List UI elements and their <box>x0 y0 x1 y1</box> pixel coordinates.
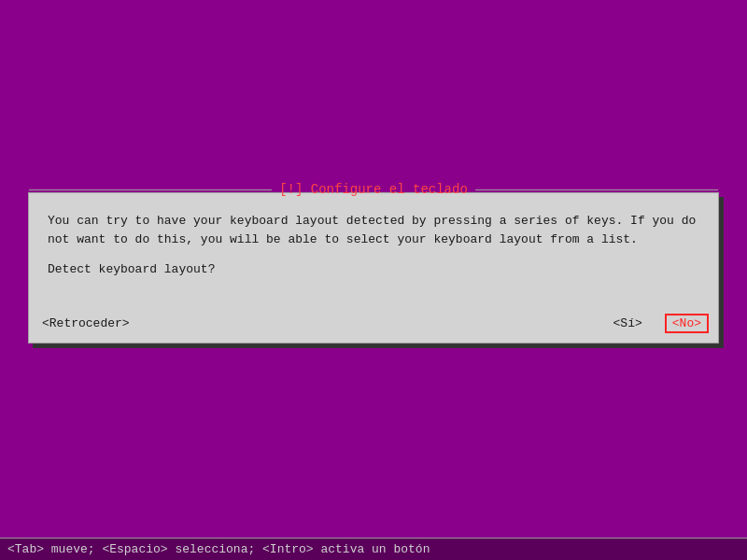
title-line-right <box>475 189 718 190</box>
dialog-box: [!] Configure el teclado You can try to … <box>28 192 719 343</box>
right-buttons: <Sí> <No> <box>610 314 709 333</box>
dialog-content: You can try to have your keyboard layout… <box>29 193 718 309</box>
statusbar: <Tab> mueve; <Espacio> selecciona; <Intr… <box>0 538 747 560</box>
dialog-body-text: You can try to have your keyboard layout… <box>48 212 699 248</box>
title-line-left <box>29 189 272 190</box>
dialog-body-line1: You can try to have your keyboard layout… <box>48 214 696 228</box>
no-button[interactable]: <No> <box>665 314 709 333</box>
si-button[interactable]: <Sí> <box>610 315 646 332</box>
dialog-title: [!] Configure el teclado <box>279 182 468 197</box>
statusbar-text: <Tab> mueve; <Espacio> selecciona; <Intr… <box>7 542 430 556</box>
dialog-title-bar: [!] Configure el teclado <box>29 182 718 197</box>
back-button[interactable]: <Retroceder> <box>38 315 134 332</box>
dialog-question: Detect keyboard layout? <box>48 262 699 276</box>
dialog-body-line2: not want to do this, you will be able to… <box>48 232 638 246</box>
dialog-buttons: <Retroceder> <Sí> <No> <box>29 309 718 343</box>
